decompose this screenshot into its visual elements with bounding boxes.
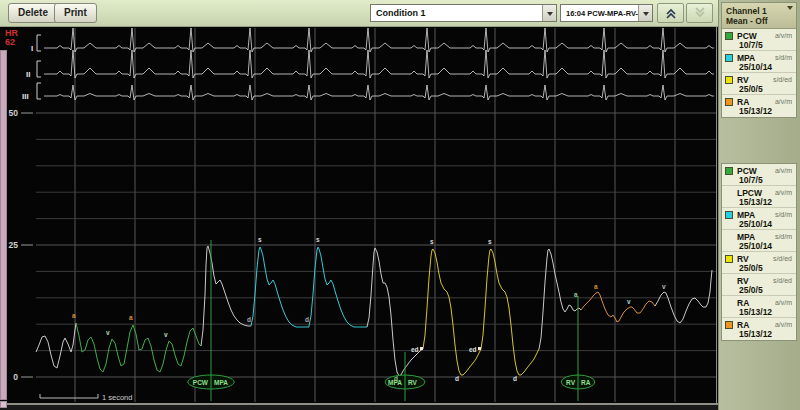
chevron-down-icon[interactable] xyxy=(787,6,793,13)
measurement-row-lpcw[interactable]: LPCWa/v/m15/13/12 xyxy=(722,186,796,208)
measurement-value: 25/0/5 xyxy=(739,285,763,295)
wave-annotation-a: a xyxy=(72,312,76,319)
trace-color-swatch xyxy=(725,321,733,329)
scrollbar-thumb[interactable] xyxy=(0,401,7,408)
measurement-row-ra[interactable]: RAa/v/m15/13/12 xyxy=(722,95,796,117)
measurement-value: 25/10/14 xyxy=(739,219,772,229)
wave-annotation-v: v xyxy=(106,329,110,336)
trace-color-swatch xyxy=(725,54,733,62)
measurement-value: 10/7/5 xyxy=(739,175,763,185)
measurement-row-rv[interactable]: RVs/d/ed25/0/5 xyxy=(722,252,796,274)
wave-annotation-ed: ed xyxy=(411,346,419,353)
trace-color-swatch xyxy=(725,76,733,84)
print-button[interactable]: Print xyxy=(54,3,97,23)
ed-point-marker xyxy=(420,347,423,350)
one-second-scale-label: 1 second xyxy=(102,393,132,402)
transition-marker-pcw-mpa[interactable]: PCWMPA xyxy=(188,375,234,389)
wave-annotation-d: d xyxy=(455,375,459,382)
measurement-row-mpa[interactable]: MPAs/d/m25/10/14 xyxy=(722,208,796,230)
measurement-row-ra[interactable]: RAa/v/m15/13/12 xyxy=(722,296,796,318)
measurement-units: s/d/ed xyxy=(773,76,792,83)
svg-text:MPA: MPA xyxy=(214,379,228,386)
wave-annotation-s: s xyxy=(258,236,262,243)
heart-rate-value: 62 xyxy=(5,38,18,47)
measurements-sidebar: Channel 1 Mean - Off PCWa/v/m10/7/5MPAs/… xyxy=(718,0,800,410)
measurement-units: a/v/m xyxy=(775,299,792,306)
ecg-lead-label: II xyxy=(26,70,30,79)
svg-text:RV: RV xyxy=(566,379,576,386)
channel-title: Channel 1 xyxy=(726,6,792,16)
svg-text:RA: RA xyxy=(581,379,591,386)
wave-annotation-a: a xyxy=(129,314,133,321)
axis-tick-label: 50 xyxy=(9,108,19,118)
measurement-row-pcw[interactable]: PCWa/v/m10/7/5 xyxy=(722,29,796,51)
wave-annotation-v: v xyxy=(164,331,168,338)
measurement-units: a/v/m xyxy=(775,167,792,174)
measurement-units: s/d/ed xyxy=(773,277,792,284)
bottom-strip xyxy=(0,405,718,410)
waveform-chart[interactable]: 50250IIIIIIPCWMPAMPARVRVRAavavdsdsdsedds… xyxy=(0,0,718,410)
measurement-units: a/v/m xyxy=(775,98,792,105)
wave-annotation-d: d xyxy=(305,316,309,323)
snapshot-dropdown[interactable]: 16:04 PCW-MPA-RV-RA xyxy=(560,4,653,22)
channel-mean-mode: Mean - Off xyxy=(726,16,792,26)
double-chevron-down-icon xyxy=(693,6,707,20)
chart-background xyxy=(0,27,718,403)
condition-dropdown[interactable]: Condition 1 xyxy=(370,4,557,22)
wave-annotation-v: v xyxy=(662,283,666,290)
trace-color-swatch xyxy=(725,32,733,40)
measurement-row-mpa[interactable]: MPAs/d/m25/10/14 xyxy=(722,230,796,252)
measurement-row-pcw[interactable]: PCWa/v/m10/7/5 xyxy=(722,164,796,186)
measurement-row-rv[interactable]: RVs/d/ed25/0/5 xyxy=(722,73,796,95)
measurement-units: a/v/m xyxy=(775,321,792,328)
page-down-button-disabled[interactable] xyxy=(686,3,713,23)
bottom-edge xyxy=(0,403,718,405)
wave-annotation-s: s xyxy=(316,236,320,243)
measurement-units: s/d/m xyxy=(775,211,792,218)
trace-color-swatch xyxy=(725,98,733,106)
ed-point-marker xyxy=(478,347,481,350)
measurement-value: 25/0/5 xyxy=(739,263,763,273)
measurement-value: 25/0/5 xyxy=(739,84,763,94)
trace-color-swatch xyxy=(725,255,733,263)
page-up-button[interactable] xyxy=(657,3,684,23)
channel-panel-header[interactable]: Channel 1 Mean - Off xyxy=(722,3,796,29)
ecg-lead-label: I xyxy=(31,44,33,53)
svg-text:RV: RV xyxy=(408,379,418,386)
svg-text:PCW: PCW xyxy=(193,379,209,386)
delete-button[interactable]: Delete xyxy=(8,3,58,23)
axis-tick-label: 0 xyxy=(13,372,18,382)
measurement-value: 15/13/12 xyxy=(739,106,772,116)
wave-annotation-s: s xyxy=(488,238,492,245)
measurement-value: 15/13/12 xyxy=(739,307,772,317)
wave-annotation-a: a xyxy=(574,291,578,298)
wave-annotation-d: d xyxy=(513,375,517,382)
measurement-row-mpa[interactable]: MPAs/d/m25/10/14 xyxy=(722,51,796,73)
measurement-row-rv[interactable]: RVs/d/ed25/0/5 xyxy=(722,274,796,296)
chevron-down-icon[interactable] xyxy=(542,5,556,21)
measurement-units: a/v/m xyxy=(775,32,792,39)
measurement-value: 25/10/14 xyxy=(739,62,772,72)
wave-annotation-a: a xyxy=(594,283,598,290)
measurement-units: s/d/m xyxy=(775,54,792,61)
transition-marker-rv-ra[interactable]: RVRA xyxy=(561,375,595,389)
measurement-value: 15/13/12 xyxy=(739,197,772,207)
vertical-scrollbar[interactable] xyxy=(0,50,7,400)
measurement-units: a/v/m xyxy=(775,189,792,196)
measurement-value: 25/10/14 xyxy=(739,241,772,251)
measurement-value: 10/7/5 xyxy=(739,40,763,50)
wave-annotation-d: d xyxy=(247,316,251,323)
measurement-units: s/d/ed xyxy=(773,255,792,262)
measurement-units: s/d/m xyxy=(775,233,792,240)
wave-annotation-v: v xyxy=(627,298,631,305)
trace-color-swatch xyxy=(725,167,733,175)
trace-color-swatch xyxy=(725,211,733,219)
transition-marker-mpa-rv[interactable]: MPARV xyxy=(385,375,425,389)
measurement-value: 15/13/12 xyxy=(739,329,772,339)
chevron-down-icon[interactable] xyxy=(638,5,652,21)
condition-dropdown-value: Condition 1 xyxy=(371,8,542,18)
snapshot-dropdown-value: 16:04 PCW-MPA-RV-RA xyxy=(561,9,638,18)
ecg-lead-label: III xyxy=(22,92,29,101)
axis-tick-label: 25 xyxy=(9,240,19,250)
measurement-row-ra[interactable]: RAa/v/m15/13/12 xyxy=(722,318,796,340)
